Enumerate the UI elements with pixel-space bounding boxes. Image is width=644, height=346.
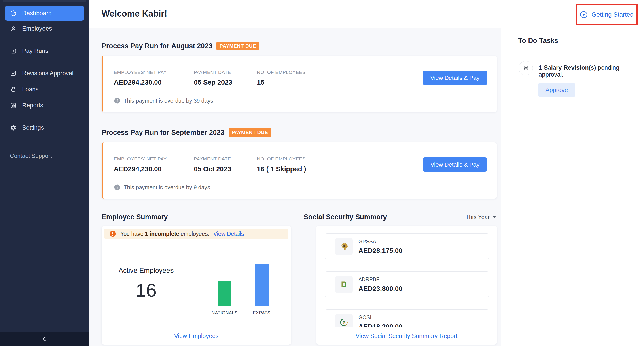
social-security-item-gpssa: GPSSA AED28,175.00: [325, 233, 489, 259]
view-details-pay-button[interactable]: View Details & Pay: [423, 157, 487, 172]
employee-count-stat: NO. OF EMPLOYEES 15: [257, 70, 328, 86]
warning-icon: [109, 230, 116, 237]
gosi-logo-icon: [335, 314, 353, 327]
payroll-dashboard: Dashboard Employees Pay Runs Revisions A…: [0, 0, 644, 346]
uae-emblem-icon: [335, 238, 353, 255]
gear-icon: [10, 124, 17, 131]
payment-due-badge: PAYMENT DUE: [228, 128, 271, 137]
page-header: Welcome Kabir! Getting Started: [89, 0, 644, 27]
payment-date-stat: PAYMENT DATE 05 Sep 2023: [194, 70, 257, 86]
bar-nationals: [218, 281, 232, 306]
social-security-list: GPSSA AED28,175.00: [316, 226, 497, 327]
sidebar: Dashboard Employees Pay Runs Revisions A…: [0, 0, 89, 346]
sidebar-item-revisions-approval[interactable]: Revisions Approval: [0, 65, 89, 81]
overdue-note: This payment is overdue by 9 days.: [114, 184, 487, 191]
sidebar-item-label: Loans: [22, 86, 39, 93]
period-filter-dropdown[interactable]: This Year: [466, 214, 496, 220]
sidebar-item-label: Pay Runs: [22, 47, 48, 54]
annotation-red-box: Getting Started: [576, 4, 638, 25]
coins-icon: [518, 61, 533, 75]
employee-summary-title: Employee Summary: [102, 213, 168, 221]
employee-summary-card: You have 1 incomplete employees. View De…: [102, 226, 291, 345]
social-security-title: Social Security Summary: [304, 213, 387, 221]
dashboard-icon: [10, 10, 17, 17]
page-title: Welcome Kabir!: [102, 9, 167, 18]
sidebar-item-label: Settings: [22, 124, 44, 131]
sidebar-top-notch: [3, 0, 86, 2]
caret-down-icon: [492, 216, 496, 218]
sidebar-item-label: Reports: [22, 102, 44, 109]
bar-group-expats: EXPATS: [253, 264, 270, 315]
contact-support-link[interactable]: Contact Support: [0, 146, 89, 159]
money-bag-icon: [10, 86, 17, 93]
active-employees-count: 16: [136, 280, 156, 301]
sidebar-item-pay-runs[interactable]: Pay Runs: [0, 43, 89, 59]
todo-task-text: 1 Salary Revision(s) pending approval.: [539, 64, 635, 78]
payment-due-badge: PAYMENT DUE: [216, 41, 259, 50]
view-employees-link[interactable]: View Employees: [174, 333, 218, 340]
payrun-september-heading: Process Pay Run for September 2023 PAYME…: [102, 128, 497, 138]
employee-count-stat: NO. OF EMPLOYEES 16 ( 1 Skipped ): [257, 156, 328, 173]
sidebar-item-label: Employees: [22, 25, 52, 32]
sidebar-item-settings[interactable]: Settings: [0, 120, 89, 136]
view-details-pay-button[interactable]: View Details & Pay: [423, 71, 487, 85]
social-security-item-adrpbf: ADRPBF AED23,800.00: [325, 271, 489, 297]
employee-bar-chart: NATIONALS EXPATS: [191, 241, 291, 327]
payrun-august-heading: Process Pay Run for August 2023 PAYMENT …: [102, 41, 497, 51]
main-content: Process Pay Run for August 2023 PAYMENT …: [89, 28, 501, 346]
social-security-card: GPSSA AED28,175.00: [316, 226, 497, 345]
view-details-link[interactable]: View Details: [213, 231, 244, 237]
payrun-card-september: EMPLOYEES' NET PAY AED294,230.00 PAYMENT…: [102, 142, 497, 199]
payrun-title: Process Pay Run for August 2023: [102, 42, 212, 50]
getting-started-label: Getting Started: [592, 11, 634, 18]
todo-task-salary-revision: 1 Salary Revision(s) pending approval.: [518, 61, 635, 78]
sidebar-item-reports[interactable]: Reports: [0, 97, 89, 113]
summary-headings: Employee Summary Social Security Summary…: [102, 213, 497, 221]
active-employees-stat: Active Employees 16: [102, 241, 191, 327]
approve-button[interactable]: Approve: [538, 83, 575, 97]
sidebar-item-dashboard[interactable]: Dashboard: [5, 6, 84, 20]
bar-expats: [255, 264, 268, 306]
sidebar-collapse-button[interactable]: [0, 332, 89, 346]
overdue-note: This payment is overdue by 39 days.: [114, 97, 487, 104]
social-security-item-gosi: GOSI AED18,200.00: [325, 309, 489, 327]
sidebar-item-employees[interactable]: Employees: [0, 20, 89, 37]
bar-chart-icon: [10, 102, 17, 109]
net-pay-stat: EMPLOYEES' NET PAY AED294,230.00: [114, 156, 194, 173]
checkbox-approval-icon: [10, 70, 17, 77]
payrun-card-august: EMPLOYEES' NET PAY AED294,230.00 PAYMENT…: [102, 56, 497, 112]
getting-started-button[interactable]: Getting Started: [578, 10, 635, 19]
todo-panel: To Do Tasks 1 Salary Revision(s) pending…: [501, 28, 644, 346]
person-icon: [10, 25, 17, 32]
payment-date-stat: PAYMENT DATE 05 Oct 2023: [194, 156, 257, 173]
info-icon: [114, 97, 120, 104]
bar-group-nationals: NATIONALS: [212, 281, 238, 315]
incomplete-warning-banner: You have 1 incomplete employees. View De…: [104, 229, 288, 239]
todo-divider: [501, 53, 644, 53]
todo-divider: [514, 108, 640, 109]
sidebar-nav: Dashboard Employees Pay Runs Revisions A…: [0, 0, 89, 159]
net-pay-stat: EMPLOYEES' NET PAY AED294,230.00: [114, 70, 194, 86]
sidebar-item-loans[interactable]: Loans: [0, 81, 89, 97]
info-icon: [114, 184, 120, 191]
chevron-left-icon: [41, 336, 48, 342]
view-social-security-report-link[interactable]: View Social Security Summary Report: [356, 333, 458, 340]
play-circle-icon: [580, 10, 588, 19]
adrpbf-logo-icon: [335, 276, 353, 293]
sidebar-item-label: Dashboard: [22, 10, 52, 17]
pay-runs-icon: [10, 47, 17, 54]
todo-title: To Do Tasks: [518, 37, 644, 45]
warning-text: You have 1 incomplete employees.: [120, 231, 209, 237]
sidebar-item-label: Revisions Approval: [22, 70, 74, 77]
payrun-title: Process Pay Run for September 2023: [102, 129, 224, 137]
